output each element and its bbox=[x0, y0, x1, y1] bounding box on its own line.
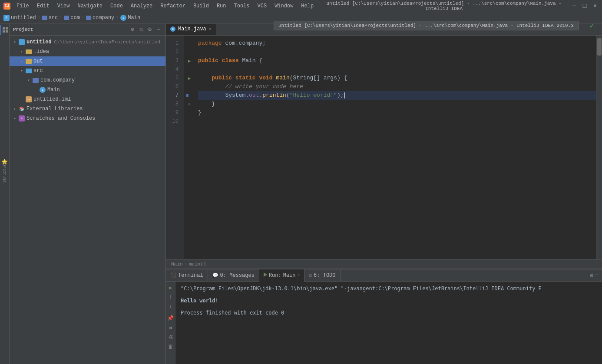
menu-file[interactable]: File bbox=[13, 2, 33, 10]
minimize-button[interactable]: − bbox=[571, 3, 578, 10]
code-string-type: String bbox=[293, 74, 314, 82]
tree-item-com-company[interactable]: ▾ com.company bbox=[10, 75, 165, 85]
activity-structure[interactable]: Structure bbox=[0, 167, 10, 177]
run-tab-close[interactable]: × bbox=[297, 273, 300, 278]
code-line-8: } bbox=[198, 100, 596, 108]
expand-arrow-ext-libs[interactable]: ▸ bbox=[11, 105, 18, 112]
menu-code[interactable]: Code bbox=[107, 2, 126, 10]
code-brace-method: { bbox=[341, 74, 347, 82]
menu-navigate[interactable]: Navigate bbox=[74, 2, 106, 10]
run-output-hello: Hello world! bbox=[181, 296, 597, 305]
expand-arrow-root[interactable]: ▾ bbox=[11, 39, 18, 46]
gutter-run-5[interactable]: ▶ bbox=[184, 74, 195, 82]
tab-close-button[interactable]: × bbox=[209, 27, 212, 32]
project-icon: P bbox=[3, 15, 10, 21]
tree-item-main-class[interactable]: c Main bbox=[10, 85, 165, 95]
run-pin-icon[interactable]: 📌 bbox=[167, 315, 174, 321]
expand-arrow-idea[interactable]: ▸ bbox=[18, 48, 25, 55]
gutter-run-3[interactable]: ▶ bbox=[184, 56, 195, 65]
tree-item-src[interactable]: ▾ src bbox=[10, 66, 165, 75]
gutter-fold-8[interactable]: ⊖ bbox=[184, 100, 195, 108]
run-scroll-down[interactable]: ↓ bbox=[167, 303, 174, 310]
code-brace-close-method: } bbox=[212, 100, 215, 108]
java-class-icon-nav: c bbox=[120, 15, 126, 21]
expand-arrow-src[interactable]: ▾ bbox=[18, 67, 25, 74]
tab-todo[interactable]: ☑ 6: TODO bbox=[304, 269, 340, 282]
code-content[interactable]: package com.company; public class Main { bbox=[195, 36, 596, 259]
tab-run[interactable]: Run: Main × bbox=[259, 269, 305, 282]
project-tree: ▾ untitled C:\Users\yitian\IdeaProjects\… bbox=[10, 36, 165, 364]
expand-arrow-com-company[interactable]: ▾ bbox=[25, 77, 32, 84]
nav-main[interactable]: c Main bbox=[120, 15, 140, 21]
scroll-indicator[interactable] bbox=[597, 38, 602, 56]
menu-refactor[interactable]: Refactor bbox=[157, 2, 189, 10]
menu-vcs[interactable]: VCS bbox=[254, 2, 271, 10]
nav-com[interactable]: com bbox=[64, 15, 80, 21]
activity-project[interactable] bbox=[0, 25, 10, 35]
code-space-2 bbox=[239, 56, 242, 65]
tree-item-ext-libs[interactable]: ▸ 📚 External Libraries bbox=[10, 104, 165, 114]
tree-item-root[interactable]: ▾ untitled C:\Users\yitian\IdeaProjects\… bbox=[10, 37, 165, 47]
line-num-10: 10 bbox=[166, 117, 181, 126]
gutter-line-9 bbox=[184, 108, 195, 117]
menu-help[interactable]: Help bbox=[298, 2, 317, 10]
run-icon-tab bbox=[264, 272, 267, 279]
tab-messages[interactable]: 💬 0: Messages bbox=[208, 269, 259, 282]
menu-build[interactable]: Build bbox=[190, 2, 212, 10]
menu-window[interactable]: Window bbox=[271, 2, 297, 10]
editor-and-bottom: c Main.java × 1 2 3 4 5 6 7 8 9 10 bbox=[166, 23, 602, 364]
menu-edit[interactable]: Edit bbox=[33, 2, 53, 10]
run-print-icon[interactable]: 🖨 bbox=[167, 334, 174, 341]
path-tooltip: untitled [C:\Users\yitian\IdeaProjects\u… bbox=[274, 21, 579, 30]
panel-settings-icon[interactable]: ⚙ bbox=[590, 272, 593, 279]
project-root-icon bbox=[18, 39, 25, 45]
run-play-button[interactable]: ▶ bbox=[167, 284, 174, 291]
run-trash-icon[interactable]: 🗑 bbox=[167, 343, 174, 350]
iml-icon: iml bbox=[25, 96, 32, 102]
tree-label-out: out bbox=[33, 58, 43, 64]
editor-breadcrumb-method[interactable]: main() bbox=[189, 262, 206, 267]
expand-arrow-out[interactable]: ▸ bbox=[18, 58, 25, 65]
run-spacer-2 bbox=[181, 305, 597, 308]
close-button[interactable]: × bbox=[592, 3, 599, 10]
tree-item-iml[interactable]: iml untitled.iml bbox=[10, 95, 165, 104]
gutter-line-10 bbox=[184, 117, 195, 126]
sidebar-minimize-icon[interactable]: − bbox=[155, 26, 162, 33]
panel-minimize-icon[interactable]: − bbox=[595, 272, 599, 279]
nav-src[interactable]: src bbox=[42, 15, 58, 21]
menu-tools[interactable]: Tools bbox=[231, 2, 253, 10]
expand-arrow-scratches[interactable]: ▸ bbox=[11, 115, 18, 122]
code-string-hello: "Hello world!" bbox=[290, 91, 337, 100]
run-scroll-up[interactable]: ↑ bbox=[167, 294, 174, 301]
sidebar-settings-icon[interactable]: ⚙ bbox=[146, 26, 153, 33]
nav-project-label[interactable]: untitled bbox=[11, 15, 36, 21]
menu-run[interactable]: Run bbox=[213, 2, 230, 10]
code-paren-open: ( bbox=[290, 74, 293, 82]
tab-main-java[interactable]: c Main.java × bbox=[166, 24, 216, 35]
sidebar-header: Project ⊕ ⇆ ⚙ − bbox=[10, 23, 165, 36]
maximize-button[interactable]: □ bbox=[581, 3, 588, 10]
code-method-main: main bbox=[276, 74, 290, 82]
menu-view[interactable]: View bbox=[54, 2, 73, 10]
gutter-line-4 bbox=[184, 65, 195, 74]
run-wrap-icon[interactable]: ⇉ bbox=[167, 324, 174, 331]
line-num-1: 1 bbox=[166, 39, 181, 48]
tree-label-main-class: Main bbox=[47, 87, 60, 93]
code-line-3: public class Main { bbox=[198, 56, 596, 65]
tab-terminal[interactable]: ⬛ Terminal bbox=[166, 269, 208, 282]
code-line-5: public static void main ( String [] args… bbox=[198, 74, 596, 82]
tab-terminal-label: Terminal bbox=[178, 272, 203, 279]
tab-java-icon: c bbox=[170, 26, 175, 32]
nav-company[interactable]: company bbox=[86, 15, 114, 21]
tree-item-scratches[interactable]: ▸ ✎ Scratches and Consoles bbox=[10, 114, 165, 123]
project-sidebar: Project ⊕ ⇆ ⚙ − ▾ untitled C:\Users\yiti… bbox=[10, 23, 166, 364]
tree-item-out[interactable]: ▸ out bbox=[10, 56, 165, 66]
editor-breadcrumb-main[interactable]: Main bbox=[171, 262, 182, 267]
tree-label-com-company: com.company bbox=[40, 77, 75, 83]
nav-project-icon: P untitled bbox=[3, 15, 36, 21]
expand-arrow-main bbox=[32, 86, 39, 93]
tree-item-idea[interactable]: ▸ .idea bbox=[10, 47, 165, 56]
sidebar-sync-icon[interactable]: ⇆ bbox=[138, 26, 145, 33]
menu-analyze[interactable]: Analyze bbox=[127, 2, 156, 10]
sidebar-add-icon[interactable]: ⊕ bbox=[129, 26, 136, 33]
